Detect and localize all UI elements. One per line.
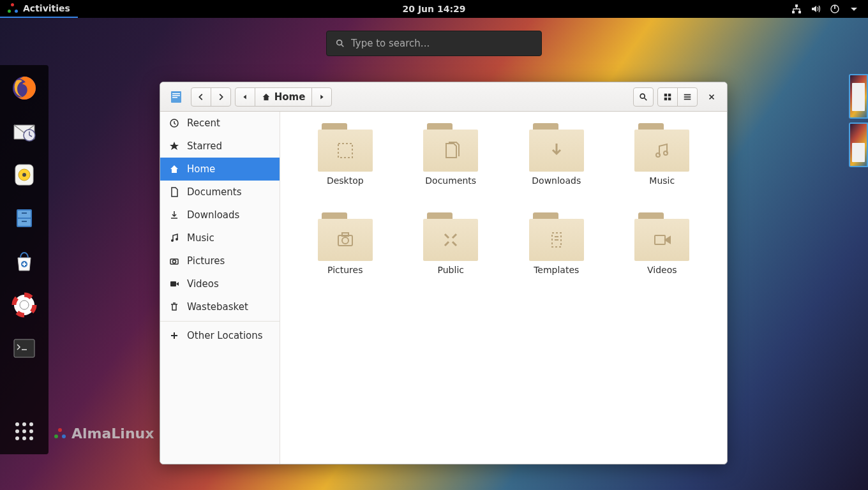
svg-rect-47	[170, 281, 176, 286]
folder-desktop[interactable]: Desktop	[301, 123, 390, 212]
sidebar-item-label: Recent	[187, 117, 220, 129]
dock-help[interactable]	[9, 290, 40, 320]
dock-evolution[interactable]	[9, 116, 40, 147]
plus-icon	[169, 330, 179, 341]
triangle-right-icon	[317, 93, 326, 101]
sidebar-item-other-locations[interactable]: Other Locations	[160, 324, 280, 347]
activities-button[interactable]: Activities	[0, 0, 78, 18]
sidebar-item-label: Home	[187, 163, 215, 175]
forward-button[interactable]	[211, 87, 231, 107]
folder-documents[interactable]: Documents	[406, 123, 495, 212]
svg-rect-35	[664, 93, 667, 96]
svg-rect-53	[342, 233, 348, 236]
terminal-icon	[10, 334, 38, 362]
overview-search[interactable]	[326, 31, 542, 56]
folder-public[interactable]: Public	[406, 212, 495, 302]
sidebar-item-label: Documents	[187, 186, 242, 198]
workspace-thumb-2[interactable]	[849, 122, 868, 167]
dock-app-grid[interactable]	[9, 416, 40, 447]
system-tray[interactable]	[791, 4, 868, 14]
dock-files[interactable]	[9, 203, 40, 234]
chevron-down-icon	[849, 4, 859, 14]
folder-videos[interactable]: Videos	[617, 212, 707, 302]
svg-rect-48	[338, 144, 352, 158]
files-sidebar: Recent Starred Home Documents Downloads …	[160, 112, 280, 464]
back-button[interactable]	[191, 87, 211, 107]
svg-rect-2	[798, 11, 801, 13]
distro-watermark: AlmaLinux	[54, 426, 154, 442]
path-next[interactable]	[311, 87, 332, 107]
sidebar-item-downloads[interactable]: Downloads	[160, 204, 280, 226]
search-icon	[639, 93, 648, 101]
sidebar-item-music[interactable]: Music	[160, 226, 280, 249]
search-icon	[336, 39, 345, 48]
folder-label: Videos	[647, 265, 677, 275]
path-label: Home	[274, 91, 306, 103]
folder-pictures[interactable]: Pictures	[301, 212, 390, 302]
clock[interactable]: 20 Jun 14:29	[403, 4, 466, 14]
view-menu-button[interactable]	[677, 87, 698, 107]
svg-point-27	[54, 434, 58, 438]
folder-templates[interactable]: Templates	[512, 212, 601, 302]
svg-point-43	[171, 239, 174, 242]
power-icon	[830, 4, 840, 14]
clock-icon	[169, 118, 179, 128]
svg-point-50	[664, 151, 668, 155]
mail-icon	[10, 117, 38, 145]
sidebar-item-recent[interactable]: Recent	[160, 112, 280, 135]
dock-firefox[interactable]	[9, 73, 40, 103]
svg-point-26	[58, 428, 62, 432]
files-content[interactable]: Desktop Documents Downloads Music Pictur…	[280, 112, 727, 464]
dock	[0, 65, 49, 454]
folder-icon	[423, 212, 478, 261]
dock-software[interactable]	[9, 246, 40, 277]
folder-label: Downloads	[532, 175, 581, 186]
path-prev[interactable]	[235, 87, 255, 107]
sidebar-item-videos[interactable]: Videos	[160, 272, 280, 295]
sidebar-item-home[interactable]: Home	[160, 158, 280, 181]
dock-rhythmbox[interactable]	[9, 160, 40, 190]
dock-terminal[interactable]	[9, 333, 40, 364]
svg-rect-56	[655, 235, 665, 244]
svg-rect-32	[172, 97, 177, 98]
workspace-switcher[interactable]	[849, 74, 868, 167]
search-button[interactable]	[633, 87, 654, 107]
svg-line-34	[645, 98, 647, 100]
folder-label: Templates	[534, 265, 579, 275]
sidebar-item-trash[interactable]: Wastebasket	[160, 295, 280, 318]
view-grid-button[interactable]	[657, 87, 678, 107]
star-icon	[169, 141, 179, 151]
folder-icon	[318, 123, 373, 172]
distro-logo-icon	[8, 3, 18, 13]
close-button[interactable]	[701, 87, 722, 107]
sidebar-item-label: Starred	[187, 140, 222, 152]
folder-downloads[interactable]: Downloads	[512, 123, 601, 212]
svg-rect-41	[684, 98, 691, 100]
sidebar-item-label: Pictures	[187, 255, 225, 267]
lifebuoy-icon	[10, 291, 38, 319]
sidebar-separator	[160, 321, 280, 322]
chevron-right-icon	[216, 93, 225, 101]
folder-label: Pictures	[327, 265, 363, 275]
sidebar-item-documents[interactable]: Documents	[160, 181, 280, 204]
close-icon	[707, 93, 716, 101]
folder-label: Public	[438, 265, 464, 275]
workspace-thumb-1[interactable]	[849, 74, 868, 119]
sidebar-item-label: Downloads	[187, 209, 239, 221]
svg-point-33	[640, 94, 645, 98]
search-input[interactable]	[351, 38, 532, 49]
sidebar-item-starred[interactable]: Starred	[160, 135, 280, 158]
folder-music[interactable]: Music	[617, 123, 707, 212]
svg-rect-0	[795, 4, 798, 7]
sidebar-item-pictures[interactable]: Pictures	[160, 249, 280, 272]
distro-name: AlmaLinux	[71, 426, 154, 442]
svg-point-24	[20, 301, 29, 309]
volume-icon	[811, 4, 821, 14]
svg-point-49	[656, 153, 660, 157]
path-current[interactable]: Home	[255, 87, 312, 107]
file-cabinet-icon	[10, 204, 38, 232]
document-icon	[169, 187, 179, 197]
folder-label: Desktop	[327, 175, 364, 186]
music-icon	[169, 233, 179, 243]
chevron-left-icon	[197, 93, 206, 101]
